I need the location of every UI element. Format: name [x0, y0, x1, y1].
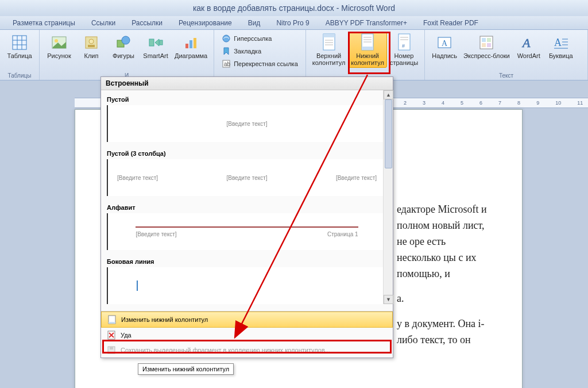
wordart-button[interactable]: A WordArt: [513, 32, 545, 62]
crossref-label: Перекрестная ссылка: [234, 60, 298, 67]
svg-marker-19: [224, 48, 229, 55]
edit-footer-label: Изменить нижний колонтитул: [121, 316, 208, 323]
save-icon: [107, 345, 116, 355]
crossref-button[interactable]: ab Перекрестная ссылка: [220, 58, 300, 70]
svg-rect-17: [194, 38, 196, 48]
scroll-down-icon[interactable]: ▼: [384, 295, 393, 304]
bookmark-icon: [222, 47, 231, 56]
divider-line: [136, 226, 358, 228]
group-tables-label: Таблицы: [3, 72, 36, 80]
picture-label: Рисунок: [47, 53, 71, 60]
svg-point-11: [122, 36, 130, 44]
gallery-scrollbar[interactable]: ▲ ▼: [383, 90, 393, 304]
preview-empty3[interactable]: [Введите текст] [Введите текст] [Введите…: [107, 159, 387, 196]
tab-view[interactable]: Вид: [240, 19, 269, 27]
tab-review[interactable]: Рецензирование: [171, 19, 240, 27]
svg-text:#: #: [402, 43, 405, 49]
svg-point-8: [89, 39, 94, 44]
dropcap-icon: A: [552, 33, 570, 52]
remove-footer-item[interactable]: Уда: [101, 328, 393, 343]
textbox-icon: A: [435, 33, 454, 52]
side-bar: [137, 281, 138, 291]
group-text: A Надпись Экспресс-блоки A WordArt A: [425, 30, 588, 80]
remove-icon: [107, 331, 116, 340]
pagenum-button[interactable]: # Номер страницы: [387, 32, 421, 68]
shapes-button[interactable]: Фигуры: [107, 32, 140, 62]
clip-icon: [82, 33, 100, 52]
svg-rect-50: [109, 322, 115, 324]
quickparts-button[interactable]: Экспресс-блоки: [461, 32, 513, 62]
smartart-button[interactable]: SmartArt: [140, 32, 172, 62]
svg-rect-28: [362, 47, 373, 50]
footer-gallery-dropdown: Встроенный Пустой [Введите текст] Пустой…: [100, 76, 393, 358]
crossref-icon: ab: [222, 59, 231, 68]
pagenum-label: Номер страницы: [390, 53, 418, 66]
title-bar: как в ворде добавлять страницы.docx - Mi…: [0, 0, 588, 16]
textbox-label: Надпись: [432, 53, 457, 60]
gallery-body: Пустой [Введите текст] Пустой (3 столбца…: [101, 90, 393, 311]
save-selection-label: Сохранить выделенный фрагмент в коллекци…: [121, 347, 330, 354]
footer-button[interactable]: Нижний колонтитул: [348, 32, 387, 68]
edit-footer-item[interactable]: Изменить нижний колонтитул: [101, 312, 393, 328]
gallery-header: Встроенный: [101, 77, 393, 90]
header-icon: [320, 33, 338, 52]
hyperlink-label: Гиперссылка: [234, 35, 272, 42]
textbox-button[interactable]: A Надпись: [428, 32, 461, 62]
group-illustrations: Рисунок Клип Фигуры SmartArt: [40, 30, 214, 80]
gallery-footer: Изменить нижний колонтитул Уда Сохранить…: [101, 311, 393, 358]
svg-rect-15: [185, 44, 188, 48]
shapes-label: Фигуры: [113, 53, 134, 60]
svg-text:A: A: [521, 36, 531, 50]
tab-references[interactable]: Ссылки: [83, 19, 123, 27]
tab-page-layout[interactable]: Разметка страницы: [5, 19, 83, 27]
svg-text:A: A: [554, 37, 562, 48]
svg-rect-16: [189, 40, 192, 48]
table-button[interactable]: Таблица: [3, 32, 36, 62]
scroll-thumb[interactable]: [385, 99, 392, 168]
ribbon: Таблица Таблицы Рисунок Клип: [0, 30, 588, 80]
tooltip-text: Изменить нижний колонтитул: [142, 366, 229, 372]
save-selection-item: Сохранить выделенный фрагмент в коллекци…: [101, 343, 393, 358]
svg-rect-12: [149, 39, 154, 46]
tab-nitro[interactable]: Nitro Pro 9: [268, 19, 317, 27]
svg-marker-13: [155, 39, 159, 46]
dropcap-button[interactable]: A Буквица: [545, 32, 577, 62]
smartart-icon: [146, 33, 165, 52]
section-alphabet: Алфавит: [107, 201, 387, 213]
table-icon: [10, 33, 29, 52]
wordart-label: WordArt: [517, 53, 540, 60]
section-empty3: Пустой (3 столбца): [107, 147, 387, 159]
header-label: Верхний колонтитул: [312, 53, 346, 66]
svg-rect-41: [482, 43, 486, 47]
svg-rect-9: [88, 45, 95, 47]
picture-button[interactable]: Рисунок: [43, 32, 75, 62]
bookmark-button[interactable]: Закладка: [220, 45, 300, 57]
tab-abbyy[interactable]: ABBYY PDF Transformer+: [318, 19, 415, 27]
tab-foxit[interactable]: Foxit Reader PDF: [415, 19, 486, 27]
preview-sideline[interactable]: [107, 267, 387, 304]
svg-point-18: [223, 35, 230, 42]
svg-rect-40: [487, 38, 491, 42]
footer-icon: [358, 33, 377, 52]
svg-text:ab: ab: [224, 61, 231, 67]
preview-empty[interactable]: [Введите текст]: [107, 105, 387, 142]
header-button[interactable]: Верхний колонтитул: [310, 32, 349, 68]
svg-rect-23: [323, 34, 335, 37]
svg-rect-0: [13, 36, 26, 49]
section-empty: Пустой: [107, 93, 387, 105]
chart-button[interactable]: Диаграмма: [172, 32, 210, 62]
ribbon-tabs: Разметка страницы Ссылки Рассылки Реценз…: [0, 16, 588, 30]
body-text-2: а.: [397, 291, 488, 307]
scroll-up-icon[interactable]: ▲: [384, 90, 393, 99]
group-text-label: Текст: [428, 72, 584, 80]
smartart-label: SmartArt: [143, 53, 168, 60]
group-links: Гиперссылка Закладка ab Перекрестная ссы…: [214, 30, 306, 80]
tab-mailings[interactable]: Рассылки: [123, 19, 171, 27]
bookmark-label: Закладка: [234, 48, 261, 55]
placeholder-text: [Введите текст]: [226, 121, 267, 127]
hyperlink-icon: [222, 34, 231, 43]
clip-button[interactable]: Клип: [75, 32, 107, 62]
clip-label: Клип: [84, 53, 99, 60]
hyperlink-button[interactable]: Гиперссылка: [220, 33, 300, 44]
preview-alphabet[interactable]: [Введите текст] Страница 1: [107, 213, 387, 250]
